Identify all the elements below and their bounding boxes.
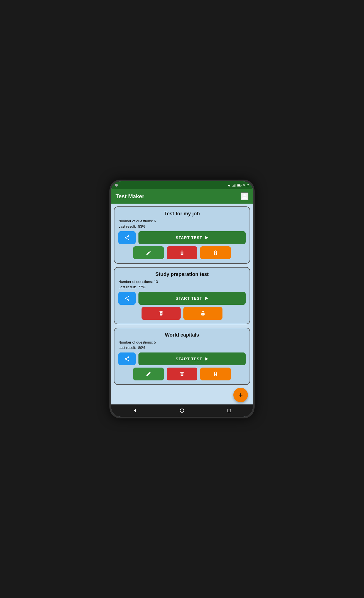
svg-rect-9 [238,184,240,186]
svg-line-37 [126,359,128,360]
lock-icon [213,250,218,256]
delete-button-study[interactable] [142,307,181,320]
svg-rect-29 [161,313,161,315]
svg-point-2 [229,186,229,187]
back-icon [132,408,137,413]
svg-line-15 [126,238,128,239]
svg-rect-3 [233,186,233,187]
svg-point-45 [180,409,184,412]
svg-point-20 [215,253,216,254]
edit-button-capitals[interactable] [133,368,164,380]
app-bar: Test Maker [111,189,253,204]
share-icon [124,235,130,241]
share-button-study[interactable] [118,292,136,305]
svg-marker-38 [205,357,208,361]
test-card-study: Study preparation test Number of questio… [114,267,250,324]
svg-point-24 [128,299,129,301]
svg-marker-16 [205,236,208,239]
plus-icon: + [238,391,243,399]
card-study-result: Last result: 77% [118,285,246,289]
card-job-title: Test for my job [118,211,246,217]
share-button-capitals[interactable] [118,352,136,365]
svg-line-25 [126,297,128,298]
svg-rect-4 [233,185,234,187]
add-test-fab[interactable]: + [233,388,248,402]
device-frame: 6:52 Test Maker Test for my job Number o… [109,180,255,418]
delete-icon [158,311,164,316]
app-title: Test Maker [116,193,144,200]
svg-rect-17 [181,252,182,254]
lock-icon [200,310,206,316]
svg-line-14 [126,236,128,237]
tests-list: Test for my job Number of questions: 6 L… [111,204,253,404]
card-capitals-row1: START TEST [118,352,246,365]
wifi-icon [227,184,231,187]
test-card-job: Test for my job Number of questions: 6 L… [114,206,250,264]
svg-point-31 [203,314,203,315]
svg-rect-28 [161,313,161,315]
recents-icon [227,408,231,413]
card-capitals-title: World capitals [118,332,246,338]
svg-point-42 [215,375,216,375]
share-icon [124,356,130,362]
device-screen: 6:52 Test Maker Test for my job Number o… [111,181,253,417]
svg-point-35 [128,360,129,361]
card-job-result: Last result: 83% [118,224,246,228]
nav-home-button[interactable] [176,405,188,416]
delete-button-capitals[interactable] [167,368,197,380]
nav-bar [111,404,253,417]
edit-button-job[interactable] [133,246,164,259]
signal-icon [233,184,236,187]
home-icon [179,408,185,413]
card-job-row1: START TEST [118,231,246,244]
start-test-button-job[interactable]: START TEST [138,231,246,244]
card-study-row2 [118,307,246,320]
card-job-questions: Number of questions: 6 [118,219,246,223]
play-icon [205,296,209,300]
svg-marker-27 [205,297,208,300]
nav-recents-button[interactable] [224,405,235,416]
share-button-job[interactable] [118,231,136,244]
share-icon [124,295,130,301]
svg-line-36 [126,358,128,359]
svg-point-13 [128,239,129,240]
svg-marker-44 [134,409,136,412]
status-bar: 6:52 [111,181,253,189]
lock-icon [213,371,218,377]
play-icon [205,236,209,240]
card-study-row1: START TEST [118,292,246,305]
svg-point-34 [125,358,126,360]
lock-button-study[interactable] [183,307,222,320]
status-left [115,184,118,187]
start-test-button-study[interactable]: START TEST [138,292,246,305]
card-capitals-questions: Number of questions: 5 [118,340,246,344]
edit-icon [146,371,151,377]
user-profile-button[interactable] [241,192,248,200]
svg-point-23 [125,298,126,299]
play-icon [205,357,209,361]
delete-icon [179,250,185,256]
svg-rect-46 [228,409,231,412]
lock-button-capitals[interactable] [200,368,231,380]
card-job-row2 [118,246,246,259]
signal-dot [115,184,118,187]
svg-rect-18 [182,252,182,254]
svg-point-22 [128,296,129,297]
svg-point-11 [128,235,129,237]
user-icon [241,193,248,200]
svg-rect-5 [234,184,235,187]
status-right: 6:52 [227,184,249,187]
card-study-questions: Number of questions: 13 [118,280,246,284]
start-test-button-capitals[interactable]: START TEST [138,352,246,365]
svg-point-10 [243,194,246,196]
battery-icon [237,184,242,187]
lock-button-job[interactable] [200,246,231,259]
svg-rect-6 [235,184,236,187]
svg-line-26 [126,299,128,300]
nav-back-button[interactable] [129,405,140,416]
svg-rect-40 [182,373,182,375]
svg-point-12 [125,237,126,239]
svg-point-33 [128,356,129,358]
delete-icon [179,371,185,377]
delete-button-job[interactable] [167,246,197,259]
